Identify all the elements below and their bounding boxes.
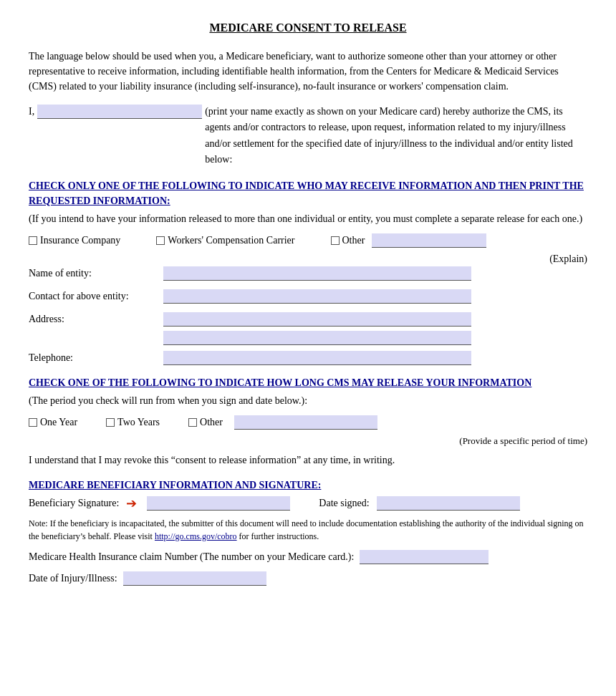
two-years-label: Two Years bbox=[117, 417, 160, 428]
medicare-num-label: Medicare Health Insurance claim Number (… bbox=[29, 551, 354, 563]
arrow-indicator: ➔ bbox=[126, 496, 137, 511]
telephone-label: Telephone: bbox=[29, 352, 158, 364]
beneficiary-sig-label: Beneficiary Signature: bbox=[29, 498, 119, 509]
address-label: Address: bbox=[29, 314, 158, 325]
telephone-input[interactable] bbox=[163, 351, 471, 365]
two-years-checkbox[interactable] bbox=[106, 418, 115, 427]
workers-comp-checkbox[interactable] bbox=[156, 236, 165, 245]
date-injury-input[interactable] bbox=[123, 571, 266, 586]
insurance-company-item: Insurance Company bbox=[29, 235, 120, 246]
contact-input[interactable] bbox=[163, 289, 471, 304]
address-row-2 bbox=[29, 331, 587, 345]
other-label: Other bbox=[342, 235, 365, 246]
name-of-entity-label: Name of entity: bbox=[29, 268, 158, 279]
check-header-1: CHECK ONLY ONE OF THE FOLLOWING TO INDIC… bbox=[29, 178, 587, 208]
signature-row: Beneficiary Signature: ➔ Date signed: bbox=[29, 496, 587, 511]
address-row-1: Address: bbox=[29, 312, 587, 327]
intro-paragraph: The language below should be used when y… bbox=[29, 49, 587, 94]
one-year-item: One Year bbox=[29, 417, 77, 428]
sig-header: MEDICARE BENEFICIARY INFORMATION AND SIG… bbox=[29, 478, 587, 493]
insurance-company-checkbox[interactable] bbox=[29, 236, 37, 245]
date-signed-label: Date signed: bbox=[319, 498, 369, 509]
date-injury-label: Date of Injury/Illness: bbox=[29, 573, 117, 584]
name-of-entity-row: Name of entity: bbox=[29, 266, 587, 281]
insurance-company-label: Insurance Company bbox=[40, 235, 120, 246]
two-years-item: Two Years bbox=[106, 417, 160, 428]
contact-label: Contact for above entity: bbox=[29, 291, 158, 302]
beneficiary-sig-input[interactable] bbox=[147, 496, 290, 511]
revoke-text: I understand that I may revoke this “con… bbox=[29, 453, 587, 468]
date-injury-row: Date of Injury/Illness: bbox=[29, 571, 587, 586]
one-year-label: One Year bbox=[40, 417, 77, 428]
other-checkbox[interactable] bbox=[331, 236, 340, 245]
period-other-checkbox[interactable] bbox=[188, 418, 197, 427]
period-other-item: Other bbox=[188, 417, 223, 428]
name-authorization-line: I, (print your name exactly as shown on … bbox=[29, 104, 587, 168]
note-paragraph: Note: If the beneficiary is incapacitate… bbox=[29, 517, 587, 543]
address-section: Address: bbox=[29, 312, 587, 345]
name-input[interactable] bbox=[37, 105, 202, 119]
address-input-2[interactable] bbox=[163, 331, 471, 345]
workers-comp-item: Workers' Compensation Carrier bbox=[156, 235, 294, 246]
workers-comp-label: Workers' Compensation Carrier bbox=[168, 235, 294, 246]
check-sub-1: (If you intend to have your information … bbox=[29, 211, 587, 226]
medicare-num-input[interactable] bbox=[360, 550, 489, 564]
check-sub-2: (The period you check will run from when… bbox=[29, 393, 587, 408]
one-year-checkbox[interactable] bbox=[29, 418, 37, 427]
entity-type-row: Insurance Company Workers' Compensation … bbox=[29, 233, 587, 248]
medicare-num-row: Medicare Health Insurance claim Number (… bbox=[29, 550, 587, 564]
name-of-entity-input[interactable] bbox=[163, 266, 471, 281]
check-header-2: CHECK ONE OF THE FOLLOWING TO INDICATE H… bbox=[29, 375, 587, 390]
date-signed-input[interactable] bbox=[377, 496, 520, 511]
other-explain-input[interactable] bbox=[372, 233, 486, 248]
address-input-1[interactable] bbox=[163, 312, 471, 327]
period-other-label: Other bbox=[200, 417, 223, 428]
cobro-link[interactable]: http://go.cms.gov/cobro bbox=[155, 531, 237, 541]
name-prefix: I, bbox=[29, 104, 34, 120]
name-suffix: (print your name exactly as shown on you… bbox=[205, 104, 587, 168]
telephone-row: Telephone: bbox=[29, 351, 587, 365]
period-other-input[interactable] bbox=[234, 415, 377, 430]
other-item: Other bbox=[331, 235, 365, 246]
page-title: MEDICARE CONSENT TO RELEASE bbox=[29, 21, 587, 34]
explain-label: (Explain) bbox=[549, 253, 587, 265]
provide-note: (Provide a specific period of time) bbox=[29, 435, 587, 447]
note-text-2: for further instructions. bbox=[237, 531, 319, 541]
contact-row: Contact for above entity: bbox=[29, 289, 587, 304]
explain-row: (Explain) bbox=[29, 253, 587, 265]
period-options-row: One Year Two Years Other bbox=[29, 415, 587, 430]
